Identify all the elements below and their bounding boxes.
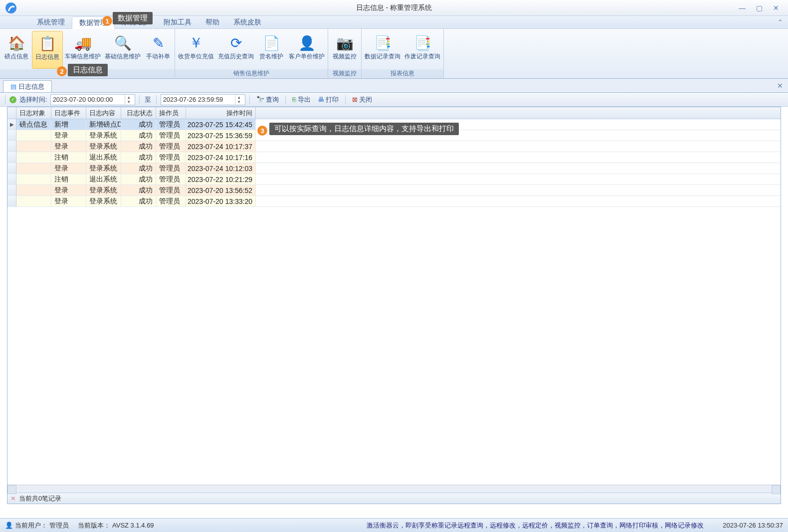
- cell-status: 成功: [121, 174, 156, 184]
- col-header-event[interactable]: 日志事件: [51, 107, 86, 119]
- table-row[interactable]: 注销退出系统成功管理员2023-07-24 10:17:16: [7, 152, 781, 163]
- cell-op: 管理员: [156, 174, 186, 184]
- ribbon-icon: ✎: [149, 34, 167, 52]
- maximize-button[interactable]: ▢: [755, 4, 763, 12]
- cell-status: 成功: [121, 130, 156, 141]
- doc-tab-log-info[interactable]: ▤ 日志信息: [3, 80, 52, 92]
- col-header-time[interactable]: 操作时间: [186, 107, 256, 119]
- cell-content: 登录系统: [86, 196, 121, 206]
- cell-op: 管理员: [156, 141, 186, 152]
- cell-content: 登录系统: [86, 185, 121, 195]
- cell-status: 成功: [121, 163, 156, 174]
- ribbon-icon: 🔍: [114, 34, 132, 52]
- user-icon: 👤: [5, 522, 13, 529]
- col-header-content[interactable]: 日志内容: [86, 107, 121, 119]
- menu-system-manage[interactable]: 系统管理: [30, 16, 72, 28]
- cell-evt: 注销: [51, 152, 86, 163]
- cell-time: 2023-07-24 10:12:03: [186, 163, 256, 174]
- cell-op: 管理员: [156, 196, 186, 206]
- close-icon: ⊠: [352, 96, 358, 103]
- close-window-button[interactable]: ✕: [772, 4, 780, 12]
- to-label: 至: [144, 95, 152, 104]
- cell-time: 2023-07-20 13:56:52: [186, 185, 256, 195]
- cell-op: 管理员: [156, 163, 186, 174]
- ribbon-btn-1-2[interactable]: 📄货名维护: [256, 31, 287, 69]
- ribbon-btn-1-0[interactable]: ￥收货单位充值: [176, 31, 216, 69]
- grid-body[interactable]: ▶磅点信息新增新增磅点D成功管理员2023-07-25 15:42:45登录登录…: [7, 119, 781, 485]
- ribbon-label: 充值历史查询: [218, 53, 254, 60]
- doc-tab-close-button[interactable]: ✕: [775, 81, 785, 91]
- menu-skin[interactable]: 系统皮肤: [226, 16, 268, 28]
- horizontal-scrollbar[interactable]: [7, 485, 781, 493]
- col-header-object[interactable]: 日志对象: [16, 107, 51, 119]
- ribbon-btn-1-3[interactable]: 👤客户单价维护: [287, 31, 327, 69]
- callout-1-number: 1: [102, 16, 112, 26]
- table-row[interactable]: 登录登录系统成功管理员2023-07-24 10:17:37: [7, 141, 781, 152]
- row-indicator: ▶: [7, 119, 16, 130]
- query-button[interactable]: 🔭查询: [254, 94, 281, 105]
- cell-time: 2023-07-24 10:17:16: [186, 152, 256, 163]
- ribbon-group: 📷视频监控视频监控: [328, 29, 362, 78]
- cell-op: 管理员: [156, 130, 186, 141]
- spin-up-icon[interactable]: ▲: [235, 95, 243, 100]
- excel-icon: ⎘: [292, 96, 296, 103]
- ribbon-icon: 👤: [298, 34, 316, 52]
- date-from-input[interactable]: 2023-07-20 00:00:00 ▲▼: [50, 94, 135, 105]
- ribbon-btn-0-0[interactable]: 🏠磅点信息: [1, 31, 32, 69]
- cell-content: 登录系统: [86, 130, 121, 141]
- log-grid: 日志对象 日志事件 日志内容 日志状态 操作员 操作时间 ▶磅点信息新增新增磅点…: [7, 107, 781, 504]
- cell-obj: [16, 163, 51, 174]
- cell-evt: 新增: [51, 119, 86, 130]
- ribbon-icon: 📑: [413, 34, 431, 52]
- cell-obj: [16, 185, 51, 195]
- query-toolbar: ✓ 选择时间: 2023-07-20 00:00:00 ▲▼ 至 2023-07…: [0, 93, 788, 107]
- window-title: 日志信息 - 称重管理系统: [356, 3, 432, 12]
- ribbon-btn-0-3[interactable]: 🔍基础信息维护: [103, 31, 143, 69]
- cell-evt: 注销: [51, 174, 86, 184]
- date-to-input[interactable]: 2023-07-26 23:59:59 ▲▼: [161, 94, 245, 105]
- ribbon-label: 磅点信息: [4, 53, 28, 60]
- print-button[interactable]: 🖶打印: [315, 94, 341, 105]
- ribbon-label: 客户单价维护: [289, 53, 325, 60]
- cell-status: 成功: [121, 185, 156, 195]
- status-datetime: 2023-07-26 13:50:37: [723, 522, 783, 529]
- ribbon-icon: 🚚: [74, 34, 92, 52]
- cell-evt: 登录: [51, 141, 86, 152]
- cell-content: 退出系统: [86, 152, 121, 163]
- menu-help[interactable]: 帮助: [198, 16, 226, 28]
- ribbon-btn-1-1[interactable]: ⟳充值历史查询: [216, 31, 256, 69]
- cell-content: 登录系统: [86, 141, 121, 152]
- table-row[interactable]: 登录登录系统成功管理员2023-07-24 10:12:03: [7, 163, 781, 174]
- ribbon-group-label: 销售信息维护: [175, 69, 328, 78]
- minimize-button[interactable]: —: [738, 4, 746, 12]
- ribbon-btn-0-4[interactable]: ✎手动补单: [143, 31, 174, 69]
- export-button[interactable]: ⎘导出: [290, 94, 313, 105]
- row-indicator: [7, 130, 16, 141]
- cell-status: 成功: [121, 119, 156, 130]
- ribbon-icon: ￥: [187, 34, 205, 52]
- filter-icon[interactable]: ⨯: [10, 495, 16, 502]
- table-row[interactable]: 登录登录系统成功管理员2023-07-20 13:56:52: [7, 185, 781, 196]
- ribbon-btn-0-2[interactable]: 🚚车辆信息维护: [63, 31, 103, 69]
- time-label: 选择时间:: [18, 95, 48, 104]
- cell-obj: [16, 130, 51, 141]
- spin-down-icon[interactable]: ▼: [235, 100, 243, 104]
- row-indicator: [7, 163, 16, 174]
- table-row[interactable]: 登录登录系统成功管理员2023-07-20 13:33:20: [7, 196, 781, 207]
- cell-obj: [16, 174, 51, 184]
- col-header-operator[interactable]: 操作员: [156, 107, 186, 119]
- cell-obj: [16, 152, 51, 163]
- close-button[interactable]: ⊠关闭: [350, 94, 375, 105]
- ribbon-collapse-button[interactable]: ⌃: [773, 16, 788, 28]
- ribbon-label: 基础信息维护: [105, 53, 141, 60]
- ribbon-btn-0-1[interactable]: 📋日志信息: [32, 31, 63, 69]
- spin-up-icon[interactable]: ▲: [125, 95, 133, 100]
- ribbon-label: 车辆信息维护: [65, 53, 101, 60]
- col-header-status[interactable]: 日志状态: [121, 107, 156, 119]
- ribbon-btn-3-1[interactable]: 📑作废记录查询: [402, 31, 442, 69]
- spin-down-icon[interactable]: ▼: [125, 100, 133, 104]
- menu-addon-tools[interactable]: 附加工具: [157, 16, 198, 28]
- ribbon-btn-3-0[interactable]: 📑数据记录查询: [363, 31, 402, 69]
- table-row[interactable]: 注销退出系统成功管理员2023-07-22 10:21:29: [7, 174, 781, 185]
- ribbon-btn-2-0[interactable]: 📷视频监控: [329, 31, 360, 69]
